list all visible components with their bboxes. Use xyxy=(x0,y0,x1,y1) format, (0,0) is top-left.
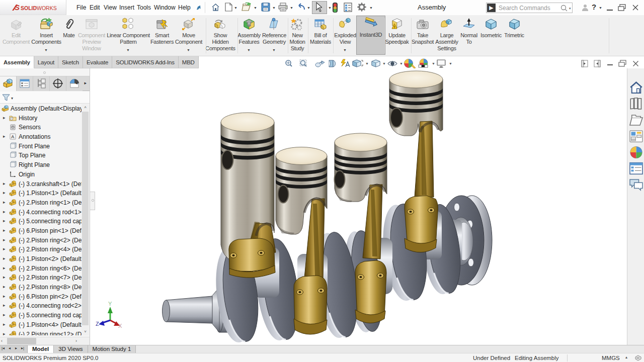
svg-text:A: A xyxy=(11,134,15,139)
svg-text:Y: Y xyxy=(108,301,112,307)
svg-text:!: ! xyxy=(394,25,395,29)
svg-text:Z: Z xyxy=(96,321,99,327)
svg-text:X: X xyxy=(118,323,122,329)
